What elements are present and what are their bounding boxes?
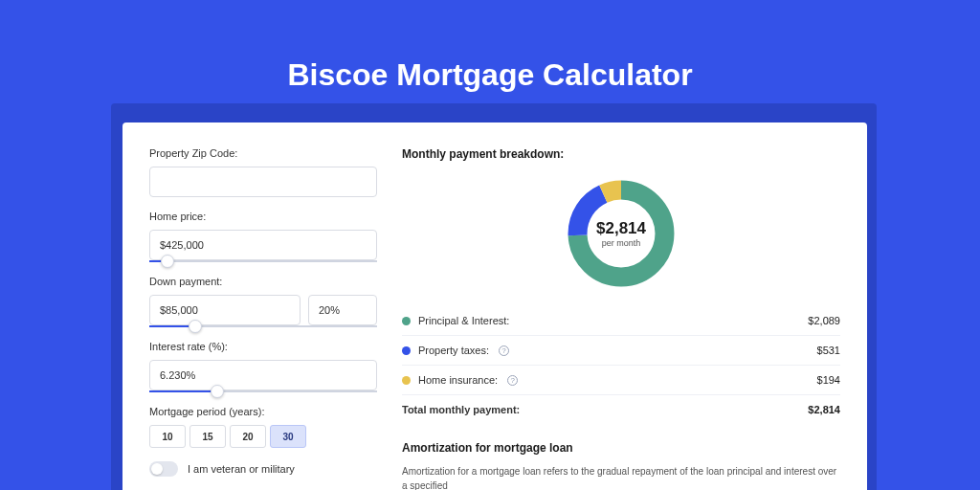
home-price-label: Home price:	[149, 211, 377, 222]
veteran-label: I am veteran or military	[188, 463, 295, 475]
legend-row: Principal & Interest:$2,089	[402, 306, 840, 335]
legend-total-row: Total monthly payment:$2,814	[402, 394, 840, 424]
legend-value: $531	[817, 345, 840, 356]
toggle-knob	[151, 463, 163, 475]
period-button-15[interactable]: 15	[189, 425, 226, 448]
slider-thumb[interactable]	[161, 255, 174, 268]
down-payment-slider[interactable]	[149, 325, 377, 327]
home-price-field: Home price:	[149, 211, 377, 262]
zip-input[interactable]	[149, 167, 377, 197]
donut-wrap: $2,814 per month	[402, 167, 840, 306]
legend-row: Home insurance:?$194	[402, 365, 840, 394]
interest-rate-slider[interactable]	[149, 390, 377, 392]
interest-rate-field: Interest rate (%):	[149, 341, 377, 392]
interest-rate-input[interactable]	[149, 360, 377, 390]
veteran-toggle[interactable]	[149, 461, 178, 477]
period-label: Mortgage period (years):	[149, 406, 377, 417]
legend-dot	[402, 317, 411, 325]
page-title: Biscoe Mortgage Calculator	[0, 0, 980, 120]
donut-sub: per month	[602, 238, 641, 248]
help-icon[interactable]: ?	[499, 345, 509, 356]
legend-dot	[402, 376, 411, 385]
interest-rate-label: Interest rate (%):	[149, 341, 377, 352]
donut-chart: $2,814 per month	[564, 176, 679, 291]
legend-total-value: $2,814	[808, 404, 840, 415]
home-price-input[interactable]	[149, 230, 377, 260]
legend-label: Property taxes:	[418, 345, 489, 356]
veteran-toggle-row: I am veteran or military	[149, 461, 377, 477]
donut-center: $2,814 per month	[564, 176, 679, 291]
calculator-card: Property Zip Code: Home price: Down paym…	[122, 122, 867, 490]
period-button-30[interactable]: 30	[270, 425, 306, 448]
breakdown-title: Monthly payment breakdown:	[402, 147, 840, 161]
period-button-10[interactable]: 10	[149, 425, 186, 448]
slider-fill	[149, 390, 217, 392]
slider-thumb[interactable]	[211, 385, 224, 398]
legend-label: Principal & Interest:	[418, 315, 509, 326]
down-payment-percent-input[interactable]	[308, 295, 377, 325]
down-payment-amount-input[interactable]	[149, 295, 301, 325]
period-button-20[interactable]: 20	[230, 425, 266, 448]
legend-value: $194	[817, 374, 840, 386]
period-field: Mortgage period (years): 10152030	[149, 406, 377, 448]
legend-total-label: Total monthly payment:	[402, 404, 520, 415]
legend-row: Property taxes:?$531	[402, 335, 840, 365]
down-payment-label: Down payment:	[149, 276, 377, 287]
help-icon[interactable]: ?	[507, 375, 518, 386]
legend-label: Home insurance:	[418, 374, 498, 386]
zip-label: Property Zip Code:	[149, 147, 377, 159]
down-payment-field: Down payment:	[149, 276, 377, 327]
form-column: Property Zip Code: Home price: Down paym…	[149, 147, 377, 490]
legend-value: $2,089	[808, 315, 840, 326]
amortization-text: Amortization for a mortgage loan refers …	[402, 464, 840, 490]
slider-thumb[interactable]	[189, 320, 202, 333]
legend-dot	[402, 346, 411, 355]
donut-amount: $2,814	[596, 219, 646, 238]
breakdown-column: Monthly payment breakdown: $2,814 per mo…	[402, 147, 840, 490]
zip-field: Property Zip Code:	[149, 147, 377, 197]
home-price-slider[interactable]	[149, 260, 377, 262]
amortization-title: Amortization for mortgage loan	[402, 441, 840, 455]
